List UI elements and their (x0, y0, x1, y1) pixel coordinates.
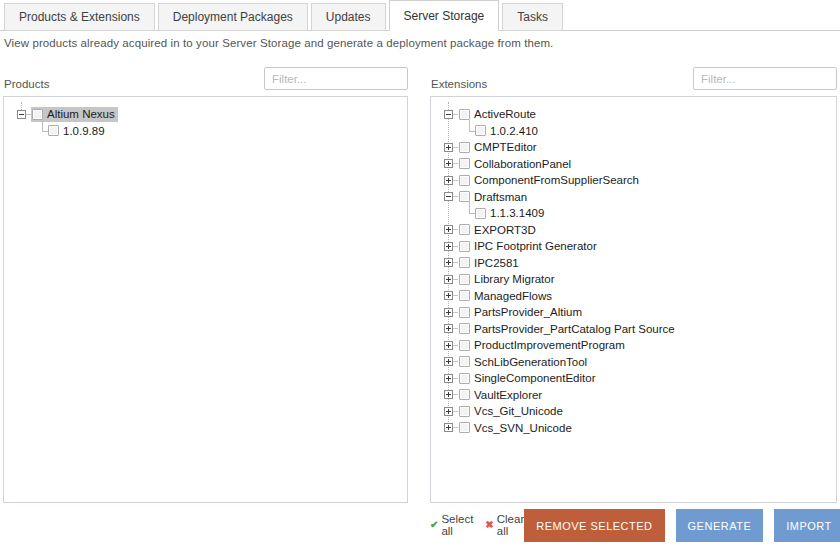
node-checkbox[interactable] (32, 109, 43, 120)
tree-node: Draftsman (431, 189, 836, 206)
tree-node-content[interactable]: EXPORT3D (458, 222, 539, 237)
tree-node-label[interactable]: VaultExplorer (474, 389, 542, 401)
tree-node-content[interactable]: Vcs_SVN_Unicode (458, 420, 575, 435)
tree-node-content[interactable]: ComponentFromSupplierSearch (458, 173, 642, 188)
node-checkbox[interactable] (459, 389, 470, 400)
node-checkbox[interactable] (459, 175, 470, 186)
expand-toggle-icon[interactable] (444, 390, 453, 399)
expand-toggle-icon[interactable] (444, 357, 453, 366)
node-checkbox[interactable] (48, 125, 59, 136)
expand-toggle-icon[interactable] (444, 225, 453, 234)
node-checkbox[interactable] (459, 257, 470, 268)
tree-node-content[interactable]: ProductImprovementProgram (458, 338, 628, 353)
tree-node-label[interactable]: Draftsman (474, 191, 527, 203)
tree-node-content[interactable]: SingleComponentEditor (458, 371, 598, 386)
tree-node-content[interactable]: CMPTEditor (458, 140, 540, 155)
tree-node: Altium Nexus (4, 106, 407, 123)
tree-node-content[interactable]: 1.0.9.89 (47, 123, 108, 138)
extensions-filter-input[interactable] (693, 67, 837, 90)
tree-node-label[interactable]: Vcs_SVN_Unicode (474, 422, 572, 434)
tree-node-label[interactable]: CollaborationPanel (474, 158, 571, 170)
expand-toggle-icon[interactable] (444, 341, 453, 350)
node-checkbox[interactable] (459, 290, 470, 301)
tree-node-label[interactable]: IPC Footprint Generator (474, 240, 597, 252)
tree-node-content[interactable]: SchLibGenerationTool (458, 354, 590, 369)
node-checkbox[interactable] (459, 191, 470, 202)
tab-tasks[interactable]: Tasks (502, 3, 563, 31)
node-checkbox[interactable] (459, 274, 470, 285)
tree-node-label[interactable]: ActiveRoute (474, 108, 536, 120)
tree-node-content[interactable]: PartsProvider_PartCatalog Part Source (458, 321, 678, 336)
collapse-toggle-icon[interactable] (444, 110, 453, 119)
tree-node-label[interactable]: SchLibGenerationTool (474, 356, 587, 368)
node-checkbox[interactable] (459, 422, 470, 433)
node-checkbox[interactable] (459, 224, 470, 235)
tree-node-label[interactable]: 1.0.9.89 (63, 125, 105, 137)
expand-toggle-icon[interactable] (444, 324, 453, 333)
tab-server-storage[interactable]: Server Storage (389, 0, 500, 31)
tree-node-content[interactable]: Vcs_Git_Unicode (458, 404, 566, 419)
tree-node-content[interactable]: ManagedFlows (458, 288, 555, 303)
products-filter-input[interactable] (264, 67, 408, 90)
tree-node-content[interactable]: IPC2581 (458, 255, 522, 270)
tree-node-label[interactable]: 1.1.3.1409 (490, 207, 544, 219)
tree-node-content[interactable]: Library Migrator (458, 272, 558, 287)
tree-node-content[interactable]: IPC Footprint Generator (458, 239, 600, 254)
expand-toggle-icon[interactable] (444, 176, 453, 185)
expand-toggle-icon[interactable] (444, 374, 453, 383)
node-checkbox[interactable] (459, 406, 470, 417)
expand-toggle-icon[interactable] (444, 275, 453, 284)
node-checkbox[interactable] (459, 158, 470, 169)
clear-all-link[interactable]: ✖ Clear all (485, 513, 524, 537)
node-checkbox[interactable] (459, 323, 470, 334)
node-checkbox[interactable] (459, 373, 470, 384)
node-checkbox[interactable] (459, 241, 470, 252)
tree-node-content[interactable]: PartsProvider_Altium (458, 305, 585, 320)
tree-branch-connector (42, 123, 47, 140)
tree-node-label[interactable]: ComponentFromSupplierSearch (474, 174, 639, 186)
node-checkbox[interactable] (459, 356, 470, 367)
expand-toggle-icon[interactable] (444, 258, 453, 267)
select-all-link[interactable]: ✔ Select all (430, 513, 473, 537)
collapse-toggle-icon[interactable] (17, 110, 26, 119)
import-button[interactable]: IMPORT (774, 509, 840, 542)
expand-toggle-icon[interactable] (444, 291, 453, 300)
node-checkbox[interactable] (475, 125, 486, 136)
tree-node-label[interactable]: Library Migrator (474, 273, 555, 285)
expand-toggle-icon[interactable] (444, 423, 453, 432)
tree-node-content[interactable]: 1.1.3.1409 (474, 206, 547, 221)
tree-node-version: 1.0.2.410 (469, 123, 836, 140)
node-checkbox[interactable] (475, 208, 486, 219)
tree-node-label[interactable]: IPC2581 (474, 257, 519, 269)
remove-selected-button[interactable]: REMOVE SELECTED (524, 509, 664, 542)
node-checkbox[interactable] (459, 142, 470, 153)
tab-deployment-packages[interactable]: Deployment Packages (158, 3, 308, 31)
generate-button[interactable]: GENERATE (676, 509, 764, 542)
collapse-toggle-icon[interactable] (444, 192, 453, 201)
node-checkbox[interactable] (459, 109, 470, 120)
node-checkbox[interactable] (459, 307, 470, 318)
tree-node-label[interactable]: EXPORT3D (474, 224, 536, 236)
tree-node-label[interactable]: SingleComponentEditor (474, 372, 595, 384)
tree-node-label[interactable]: PartsProvider_PartCatalog Part Source (474, 323, 675, 335)
tab-products-extensions[interactable]: Products & Extensions (4, 3, 155, 31)
tree-node-label[interactable]: 1.0.2.410 (490, 125, 538, 137)
expand-toggle-icon[interactable] (444, 159, 453, 168)
tree-node: ComponentFromSupplierSearch (431, 172, 836, 189)
x-icon: ✖ (485, 520, 493, 530)
tree-node-label[interactable]: ManagedFlows (474, 290, 552, 302)
node-checkbox[interactable] (459, 340, 470, 351)
tree-node-label[interactable]: Altium Nexus (47, 108, 115, 120)
expand-toggle-icon[interactable] (444, 143, 453, 152)
expand-toggle-icon[interactable] (444, 242, 453, 251)
tree-node-content[interactable]: VaultExplorer (458, 387, 545, 402)
tab-updates[interactable]: Updates (311, 3, 386, 31)
tree-node-content[interactable]: CollaborationPanel (458, 156, 574, 171)
tree-node-label[interactable]: Vcs_Git_Unicode (474, 405, 563, 417)
tree-node-label[interactable]: ProductImprovementProgram (474, 339, 625, 351)
tree-node-label[interactable]: CMPTEditor (474, 141, 537, 153)
tree-node-label[interactable]: PartsProvider_Altium (474, 306, 582, 318)
expand-toggle-icon[interactable] (444, 407, 453, 416)
tree-node-content[interactable]: 1.0.2.410 (474, 123, 541, 138)
expand-toggle-icon[interactable] (444, 308, 453, 317)
